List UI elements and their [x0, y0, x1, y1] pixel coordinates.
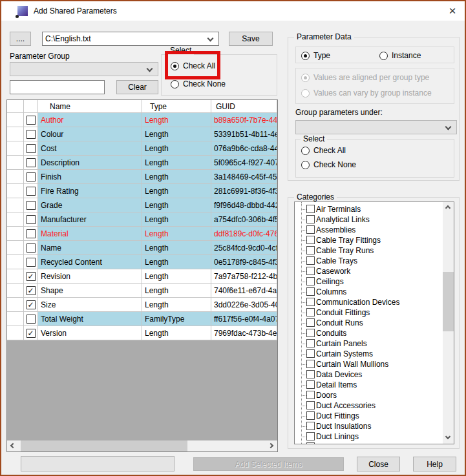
category-item[interactable]: Duct Insulations — [295, 421, 443, 431]
category-item[interactable]: Ceilings — [295, 276, 443, 287]
scroll-right-icon[interactable] — [266, 440, 277, 451]
row-checkbox[interactable] — [26, 116, 36, 125]
add-selected-items-button[interactable]: Add Selected Items — [193, 457, 344, 471]
category-item[interactable]: Duct Accessories — [295, 400, 443, 411]
row-checkbox-cell[interactable] — [24, 113, 38, 127]
row-checkbox-cell[interactable] — [24, 156, 38, 170]
file-path-combobox[interactable]: C:\English.txt — [42, 32, 219, 46]
table-row[interactable]: Size Length 3dd0226e-3d05-402a — [7, 298, 277, 312]
category-item[interactable]: Conduits — [295, 328, 443, 338]
check-none-radio-right[interactable]: Check None — [301, 160, 356, 169]
vertical-scrollbar[interactable] — [443, 202, 454, 444]
check-none-radio-left[interactable]: Check None — [171, 79, 226, 88]
row-checkbox-cell[interactable] — [24, 241, 38, 255]
category-checkbox[interactable] — [306, 370, 315, 378]
table-row[interactable]: Version Length 7969fdac-473b-4e59 — [7, 326, 277, 340]
row-checkbox[interactable] — [26, 229, 36, 238]
category-item[interactable]: Cable Tray Fittings — [295, 235, 443, 245]
category-checkbox[interactable] — [306, 246, 315, 254]
row-checkbox-cell[interactable] — [24, 298, 38, 312]
table-row[interactable]: Cost Length 076a9b6c-cda8-44ea — [7, 141, 277, 156]
table-row[interactable]: Finish Length 3a148469-c45f-458a — [7, 170, 277, 184]
row-checkbox-cell[interactable] — [24, 326, 38, 340]
category-checkbox[interactable] — [306, 442, 315, 444]
category-item[interactable]: Casework — [295, 266, 443, 276]
filter-input[interactable] — [10, 80, 105, 94]
category-item[interactable]: Assemblies — [295, 225, 443, 235]
browse-button[interactable]: .... — [10, 32, 31, 46]
scroll-up-icon[interactable] — [443, 202, 454, 213]
category-item[interactable]: Doors — [295, 390, 443, 400]
category-item[interactable]: Communication Devices — [295, 297, 443, 307]
category-checkbox[interactable] — [306, 267, 315, 275]
category-item[interactable]: Curtain Panels — [295, 338, 443, 349]
category-checkbox[interactable] — [306, 422, 315, 430]
instance-radio[interactable]: Instance — [379, 51, 421, 60]
category-checkbox[interactable] — [306, 205, 315, 213]
row-checkbox[interactable] — [26, 243, 36, 253]
row-checkbox-cell[interactable] — [24, 284, 38, 298]
category-item[interactable]: Duct Placeholders — [295, 442, 443, 444]
table-row[interactable]: Author Length b89a650f-7b7e-44ff-8 — [7, 113, 277, 127]
row-checkbox[interactable] — [26, 300, 36, 309]
column-header-guid[interactable]: GUID — [211, 100, 277, 113]
category-item[interactable]: Cable Trays — [295, 256, 443, 266]
row-checkbox-cell[interactable] — [24, 184, 38, 198]
parameter-group-combobox[interactable] — [10, 62, 158, 76]
table-row[interactable]: Grade Length f9f96d48-dbbd-4424- — [7, 198, 277, 212]
category-item[interactable]: Duct Fittings — [295, 411, 443, 421]
category-checkbox[interactable] — [306, 380, 315, 389]
category-checkbox[interactable] — [306, 401, 315, 409]
category-checkbox[interactable] — [306, 277, 315, 285]
row-checkbox-cell[interactable] — [24, 127, 38, 141]
category-item[interactable]: Data Devices — [295, 369, 443, 380]
vertical-scroll-thumb[interactable] — [443, 272, 454, 331]
group-parameters-under-combobox[interactable] — [295, 120, 457, 134]
row-checkbox[interactable] — [26, 315, 36, 324]
scroll-left-icon[interactable] — [7, 440, 18, 451]
row-checkbox[interactable] — [26, 286, 36, 295]
row-checkbox-cell[interactable] — [24, 312, 38, 326]
category-checkbox[interactable] — [306, 360, 315, 368]
row-checkbox-cell[interactable] — [24, 198, 38, 212]
row-checkbox[interactable] — [26, 272, 36, 281]
close-icon[interactable]: × — [444, 3, 461, 19]
row-checkbox[interactable] — [26, 258, 36, 267]
category-item[interactable]: Detail Items — [295, 380, 443, 390]
table-row[interactable]: Colour Length 53391b51-4b11-4e8a — [7, 127, 277, 141]
close-button[interactable]: Close — [357, 457, 400, 471]
category-item[interactable]: Conduit Runs — [295, 318, 443, 328]
column-header-type[interactable]: Type — [142, 100, 211, 113]
scroll-down-icon[interactable] — [443, 433, 454, 444]
row-checkbox[interactable] — [26, 215, 36, 224]
row-checkbox-cell[interactable] — [24, 255, 38, 269]
category-checkbox[interactable] — [306, 339, 315, 347]
category-checkbox[interactable] — [306, 298, 315, 306]
category-checkbox[interactable] — [306, 432, 315, 440]
category-checkbox[interactable] — [306, 318, 315, 327]
category-checkbox[interactable] — [306, 391, 315, 399]
row-checkbox[interactable] — [26, 172, 36, 181]
category-item[interactable]: Air Terminals — [295, 204, 443, 214]
category-item[interactable]: Curtain Wall Mullions — [295, 359, 443, 369]
save-button[interactable]: Save — [229, 32, 273, 46]
horizontal-scrollbar[interactable] — [7, 440, 277, 451]
check-all-radio-right[interactable]: Check All — [301, 146, 346, 155]
table-row[interactable]: Fire Rating Length 281c6991-8f36-4f34- — [7, 184, 277, 198]
row-checkbox-cell[interactable] — [24, 227, 38, 241]
row-checkbox-cell[interactable] — [24, 170, 38, 184]
clear-button[interactable]: Clear — [116, 80, 158, 94]
help-button[interactable]: Help — [413, 457, 456, 471]
category-item[interactable]: Curtain Systems — [295, 349, 443, 359]
table-row[interactable]: Material Length ddf8189c-d0fc-4764- — [7, 227, 277, 241]
category-checkbox[interactable] — [306, 308, 315, 316]
row-checkbox[interactable] — [26, 201, 36, 210]
category-item[interactable]: Analytical Links — [295, 214, 443, 225]
category-checkbox[interactable] — [306, 349, 315, 358]
category-checkbox[interactable] — [306, 215, 315, 223]
category-checkbox[interactable] — [306, 411, 315, 420]
row-checkbox-cell[interactable] — [24, 269, 38, 284]
table-row[interactable]: Manufacturer Length a754dfc0-306b-4f5f-b — [7, 212, 277, 227]
row-checkbox[interactable] — [26, 144, 36, 153]
row-checkbox-cell[interactable] — [24, 141, 38, 156]
